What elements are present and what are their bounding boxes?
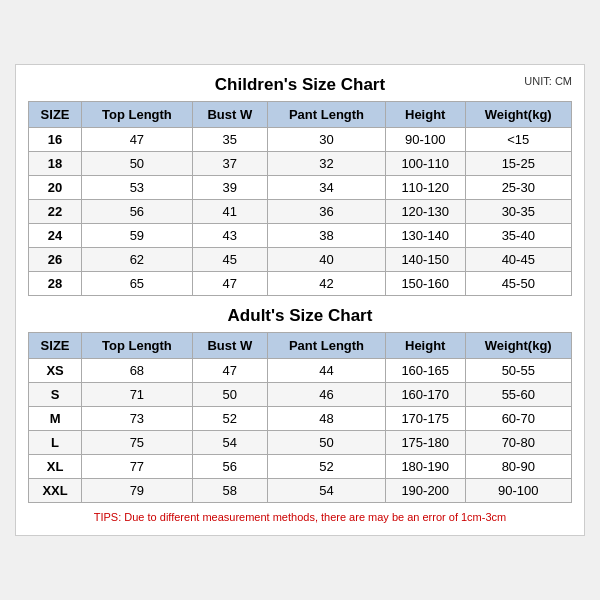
table-cell: S	[29, 383, 82, 407]
table-cell: 90-100	[465, 479, 572, 503]
table-cell: 18	[29, 152, 82, 176]
table-cell: 80-90	[465, 455, 572, 479]
table-cell: 15-25	[465, 152, 572, 176]
table-cell: 54	[268, 479, 386, 503]
adult-header-row: SIZE Top Length Bust W Pant Length Heigh…	[29, 333, 572, 359]
table-cell: 30	[268, 128, 386, 152]
adult-col-header-height: Height	[385, 333, 465, 359]
table-cell: 71	[82, 383, 192, 407]
table-cell: 55-60	[465, 383, 572, 407]
table-cell: XS	[29, 359, 82, 383]
table-cell: 34	[268, 176, 386, 200]
table-cell: 90-100	[385, 128, 465, 152]
table-row: XL775652180-19080-90	[29, 455, 572, 479]
col-header-height: Height	[385, 102, 465, 128]
table-cell: 110-120	[385, 176, 465, 200]
tips-text: TIPS: Due to different measurement metho…	[28, 511, 572, 523]
table-cell: 47	[192, 272, 267, 296]
adult-col-header-bust-w: Bust W	[192, 333, 267, 359]
table-cell: XL	[29, 455, 82, 479]
table-cell: 140-150	[385, 248, 465, 272]
table-cell: 35-40	[465, 224, 572, 248]
table-row: 24594338130-14035-40	[29, 224, 572, 248]
table-cell: 79	[82, 479, 192, 503]
table-cell: 56	[82, 200, 192, 224]
table-cell: 30-35	[465, 200, 572, 224]
table-cell: 52	[192, 407, 267, 431]
table-cell: <15	[465, 128, 572, 152]
table-cell: 44	[268, 359, 386, 383]
adult-size-table: SIZE Top Length Bust W Pant Length Heigh…	[28, 332, 572, 503]
table-cell: 35	[192, 128, 267, 152]
table-cell: 16	[29, 128, 82, 152]
table-cell: 65	[82, 272, 192, 296]
adult-col-header-top-length: Top Length	[82, 333, 192, 359]
adult-col-header-weight: Weight(kg)	[465, 333, 572, 359]
children-title-row: Children's Size Chart UNIT: CM	[28, 75, 572, 95]
table-cell: 50	[82, 152, 192, 176]
table-cell: 39	[192, 176, 267, 200]
table-cell: 120-130	[385, 200, 465, 224]
table-cell: 170-175	[385, 407, 465, 431]
table-row: M735248170-17560-70	[29, 407, 572, 431]
table-cell: 130-140	[385, 224, 465, 248]
table-row: 28654742150-16045-50	[29, 272, 572, 296]
table-cell: 22	[29, 200, 82, 224]
table-cell: 42	[268, 272, 386, 296]
table-row: 22564136120-13030-35	[29, 200, 572, 224]
table-cell: 73	[82, 407, 192, 431]
adult-title-row: Adult's Size Chart	[28, 306, 572, 326]
table-cell: 20	[29, 176, 82, 200]
table-cell: 38	[268, 224, 386, 248]
table-cell: XXL	[29, 479, 82, 503]
unit-label: UNIT: CM	[524, 75, 572, 87]
table-cell: 75	[82, 431, 192, 455]
table-cell: 53	[82, 176, 192, 200]
table-cell: 45-50	[465, 272, 572, 296]
table-row: XS684744160-16550-55	[29, 359, 572, 383]
table-cell: 60-70	[465, 407, 572, 431]
table-cell: 50-55	[465, 359, 572, 383]
table-cell: 150-160	[385, 272, 465, 296]
table-cell: 24	[29, 224, 82, 248]
adult-table-body: XS684744160-16550-55S715046160-17055-60M…	[29, 359, 572, 503]
children-table-body: 1647353090-100<1518503732100-11015-25205…	[29, 128, 572, 296]
table-cell: 54	[192, 431, 267, 455]
table-cell: 47	[82, 128, 192, 152]
table-row: L755450175-18070-80	[29, 431, 572, 455]
table-cell: 37	[192, 152, 267, 176]
table-cell: 175-180	[385, 431, 465, 455]
table-cell: 52	[268, 455, 386, 479]
children-header-row: SIZE Top Length Bust W Pant Length Heigh…	[29, 102, 572, 128]
table-cell: 46	[268, 383, 386, 407]
table-cell: 77	[82, 455, 192, 479]
table-cell: 160-170	[385, 383, 465, 407]
children-title: Children's Size Chart	[215, 75, 385, 95]
table-row: S715046160-17055-60	[29, 383, 572, 407]
table-row: 26624540140-15040-45	[29, 248, 572, 272]
table-cell: 50	[268, 431, 386, 455]
table-cell: 190-200	[385, 479, 465, 503]
table-cell: 56	[192, 455, 267, 479]
table-cell: 180-190	[385, 455, 465, 479]
table-cell: 25-30	[465, 176, 572, 200]
table-cell: 47	[192, 359, 267, 383]
table-cell: 48	[268, 407, 386, 431]
table-cell: L	[29, 431, 82, 455]
table-row: 1647353090-100<15	[29, 128, 572, 152]
col-header-pant-length: Pant Length	[268, 102, 386, 128]
table-cell: 70-80	[465, 431, 572, 455]
table-cell: 32	[268, 152, 386, 176]
table-cell: 36	[268, 200, 386, 224]
col-header-bust-w: Bust W	[192, 102, 267, 128]
table-cell: 62	[82, 248, 192, 272]
table-cell: 50	[192, 383, 267, 407]
col-header-top-length: Top Length	[82, 102, 192, 128]
table-cell: M	[29, 407, 82, 431]
adult-title: Adult's Size Chart	[228, 306, 373, 326]
col-header-weight: Weight(kg)	[465, 102, 572, 128]
table-row: 20533934110-12025-30	[29, 176, 572, 200]
table-cell: 40-45	[465, 248, 572, 272]
table-cell: 45	[192, 248, 267, 272]
table-cell: 26	[29, 248, 82, 272]
